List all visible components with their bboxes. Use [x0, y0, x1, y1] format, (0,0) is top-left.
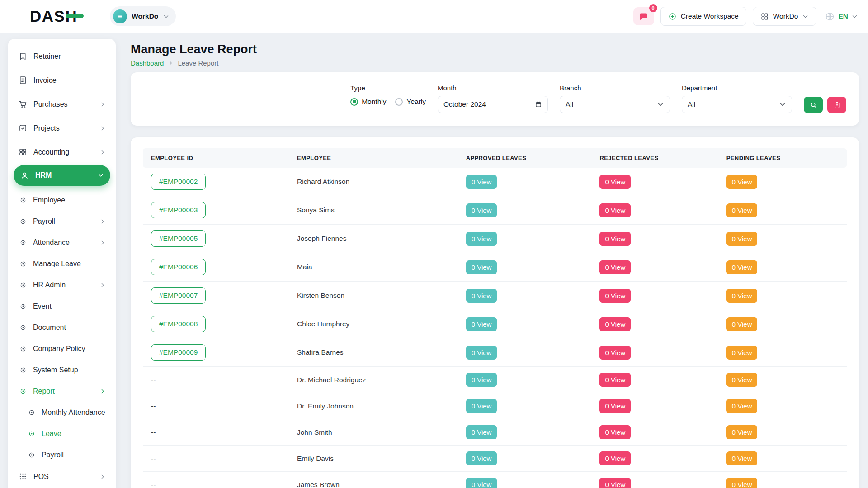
- employee-id-link[interactable]: #EMP00003: [151, 202, 206, 218]
- month-label: Month: [438, 84, 548, 92]
- chevron-right-icon: [99, 125, 106, 131]
- employee-id-link[interactable]: #EMP00005: [151, 230, 206, 247]
- rejected-leaves-view-button[interactable]: 0 View: [599, 317, 631, 331]
- pending-leaves-view-button[interactable]: 0 View: [726, 175, 758, 189]
- employee-id-empty: --: [151, 402, 156, 410]
- report-subitem-label: Leave: [42, 430, 61, 438]
- sidebar-subitem[interactable]: Attendance: [14, 232, 110, 253]
- export-button[interactable]: [827, 97, 846, 113]
- rejected-leaves-view-button[interactable]: 0 View: [599, 260, 631, 274]
- rejected-leaves-view-button[interactable]: 0 View: [599, 373, 631, 387]
- circle-icon: [28, 451, 35, 459]
- approved-leaves-view-button[interactable]: 0 View: [466, 346, 497, 360]
- sidebar-item[interactable]: Projects: [14, 117, 110, 139]
- rejected-leaves-view-button[interactable]: 0 View: [599, 346, 631, 360]
- rejected-leaves-view-button[interactable]: 0 View: [599, 232, 631, 246]
- sidebar-item-hrm[interactable]: HRM: [14, 165, 110, 186]
- sidebar-item-label: Retainer: [33, 52, 61, 61]
- sidebar-subitem[interactable]: Document: [14, 317, 110, 338]
- pending-leaves-view-button[interactable]: 0 View: [726, 289, 758, 303]
- pending-leaves-view-button[interactable]: 0 View: [726, 232, 758, 246]
- pending-leaves-view-button[interactable]: 0 View: [726, 203, 758, 217]
- monthly-radio[interactable]: [350, 98, 358, 106]
- approved-leaves-view-button[interactable]: 0 View: [466, 175, 497, 189]
- approved-leaves-view-button[interactable]: 0 View: [466, 203, 497, 217]
- topbar-actions: 0 Create Workspace WorkDo EN: [633, 7, 860, 26]
- rejected-leaves-view-button[interactable]: 0 View: [599, 451, 631, 465]
- pending-leaves-view-button[interactable]: 0 View: [726, 260, 758, 274]
- sidebar-subitem[interactable]: Company Policy: [14, 338, 110, 359]
- sidebar-item[interactable]: Retainer: [14, 45, 110, 67]
- app-logo[interactable]: DASH: [30, 7, 77, 25]
- employee-id-link[interactable]: #EMP00009: [151, 344, 206, 361]
- search-icon: [810, 101, 817, 109]
- pos-grid-icon: [18, 472, 28, 481]
- pending-leaves-view-button[interactable]: 0 View: [726, 346, 758, 360]
- search-button[interactable]: [804, 97, 823, 113]
- approved-leaves-view-button[interactable]: 0 View: [466, 260, 497, 274]
- rejected-leaves-view-button[interactable]: 0 View: [599, 425, 631, 439]
- approved-leaves-view-button[interactable]: 0 View: [466, 399, 497, 413]
- sidebar-subitem[interactable]: Event: [14, 296, 110, 317]
- approved-leaves-view-button[interactable]: 0 View: [466, 232, 497, 246]
- approved-leaves-view-button[interactable]: 0 View: [466, 478, 497, 488]
- employee-id-empty: --: [151, 481, 156, 488]
- type-monthly-option[interactable]: Monthly: [350, 98, 386, 106]
- month-input[interactable]: October 2024: [438, 96, 548, 113]
- sidebar-subitem[interactable]: Manage Leave: [14, 253, 110, 274]
- sidebar-subitem[interactable]: Employee: [14, 189, 110, 211]
- approved-leaves-view-button[interactable]: 0 View: [466, 317, 497, 331]
- sidebar-item-pos[interactable]: POS: [14, 465, 110, 488]
- type-yearly-option[interactable]: Yearly: [395, 98, 426, 106]
- sidebar-subitem-label: Event: [33, 302, 52, 310]
- rejected-leaves-view-button[interactable]: 0 View: [599, 289, 631, 303]
- employee-id-link[interactable]: #EMP00008: [151, 316, 206, 332]
- yearly-radio[interactable]: [395, 98, 403, 106]
- approved-leaves-view-button[interactable]: 0 View: [466, 451, 497, 465]
- rejected-leaves-view-button[interactable]: 0 View: [599, 175, 631, 189]
- table-header-row: EMPLOYEE ID EMPLOYEE APPROVED LEAVES REJ…: [143, 148, 847, 168]
- circle-icon: [19, 324, 27, 331]
- sidebar-top-section: Retainer Invoice Purchases: [14, 45, 110, 163]
- rejected-leaves-view-button[interactable]: 0 View: [599, 399, 631, 413]
- app-root: DASH WorkDo 0 Create Workspace WorkDo: [0, 0, 868, 488]
- pending-leaves-view-button[interactable]: 0 View: [726, 317, 758, 331]
- sidebar-item[interactable]: Invoice: [14, 69, 110, 91]
- sidebar-item-icon: [18, 99, 28, 109]
- employee-id-link[interactable]: #EMP00002: [151, 174, 206, 190]
- branch-select[interactable]: All: [560, 96, 670, 113]
- page-title: Manage Leave Report: [131, 42, 859, 56]
- employee-id-empty: --: [151, 428, 156, 436]
- pending-leaves-view-button[interactable]: 0 View: [726, 425, 758, 439]
- sidebar-subitem[interactable]: System Setup: [14, 359, 110, 380]
- employee-id-link[interactable]: #EMP00006: [151, 259, 206, 275]
- sidebar-item[interactable]: Accounting: [14, 141, 110, 163]
- report-subitem[interactable]: Payroll: [14, 444, 110, 465]
- sidebar-item[interactable]: Purchases: [14, 93, 110, 115]
- pending-leaves-view-button[interactable]: 0 View: [726, 478, 758, 488]
- sidebar-subitem[interactable]: Report: [14, 380, 110, 402]
- sidebar-subitem[interactable]: HR Admin: [14, 274, 110, 296]
- pending-leaves-view-button[interactable]: 0 View: [726, 373, 758, 387]
- rejected-leaves-view-button[interactable]: 0 View: [599, 203, 631, 217]
- pending-leaves-view-button[interactable]: 0 View: [726, 451, 758, 465]
- create-workspace-button[interactable]: Create Workspace: [660, 7, 746, 26]
- approved-leaves-view-button[interactable]: 0 View: [466, 425, 497, 439]
- department-select[interactable]: All: [682, 96, 792, 113]
- report-subitem[interactable]: Leave: [14, 423, 110, 444]
- workspace-menu-button[interactable]: WorkDo: [753, 7, 817, 26]
- breadcrumb: Dashboard Leave Report: [131, 59, 859, 67]
- pending-leaves-view-button[interactable]: 0 View: [726, 399, 758, 413]
- employee-id-link[interactable]: #EMP00007: [151, 287, 206, 304]
- approved-leaves-view-button[interactable]: 0 View: [466, 373, 497, 387]
- approved-leaves-view-button[interactable]: 0 View: [466, 289, 497, 303]
- workspace-selector[interactable]: WorkDo: [110, 6, 176, 26]
- sidebar-subitem[interactable]: Payroll: [14, 211, 110, 232]
- language-selector[interactable]: EN: [823, 11, 860, 22]
- breadcrumb-dashboard-link[interactable]: Dashboard: [131, 59, 164, 67]
- rejected-leaves-view-button[interactable]: 0 View: [599, 478, 631, 488]
- messages-button[interactable]: 0: [633, 7, 654, 25]
- table-body: #EMP00002 Richard Atkinson 0 View 0 View…: [143, 168, 847, 488]
- report-subitem[interactable]: Monthly Attendance: [14, 402, 110, 423]
- yearly-label: Yearly: [406, 98, 426, 106]
